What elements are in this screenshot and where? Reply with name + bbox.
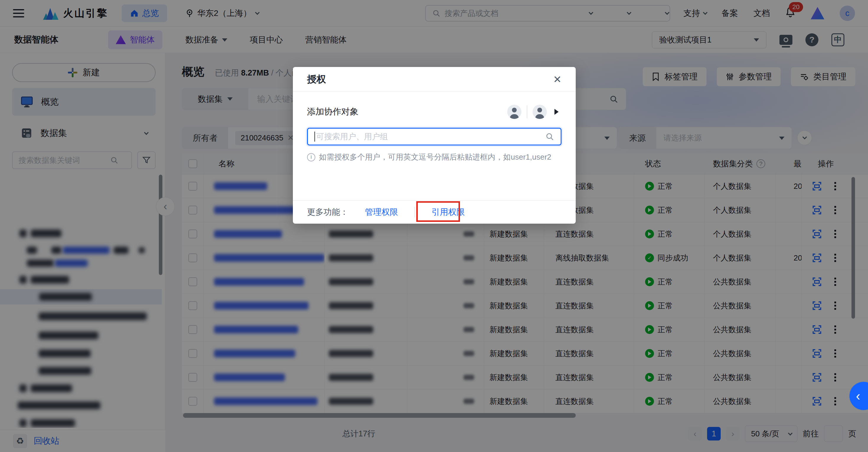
manage-permission-link[interactable]: 管理权限 <box>365 206 398 218</box>
collaborator-search[interactable] <box>307 128 562 146</box>
divider <box>414 207 415 218</box>
authorize-modal: 授权 ✕ 添加协作对象 i 如需授权多个用户，可用英文逗号分隔后粘贴进框内，如u… <box>293 67 576 224</box>
search-icon <box>545 132 554 141</box>
user-avatar-icon[interactable] <box>507 105 521 119</box>
multi-user-hint: i 如需授权多个用户，可用英文逗号分隔后粘贴进框内，如user1,user2 <box>307 152 562 162</box>
expand-right-icon[interactable] <box>554 109 562 115</box>
text-caret <box>314 132 315 141</box>
collaborator-avatars <box>507 105 562 119</box>
user-avatar-icon[interactable] <box>533 105 547 119</box>
more-functions-label: 更多功能： <box>307 206 348 218</box>
info-icon: i <box>307 153 315 161</box>
collaborator-search-input[interactable] <box>316 132 545 141</box>
modal-title: 授权 <box>307 73 326 86</box>
reference-permission-link[interactable]: 引用权限 <box>432 206 465 218</box>
divider <box>527 105 527 118</box>
close-icon[interactable]: ✕ <box>553 73 562 85</box>
add-collaborator-label: 添加协作对象 <box>307 106 359 118</box>
